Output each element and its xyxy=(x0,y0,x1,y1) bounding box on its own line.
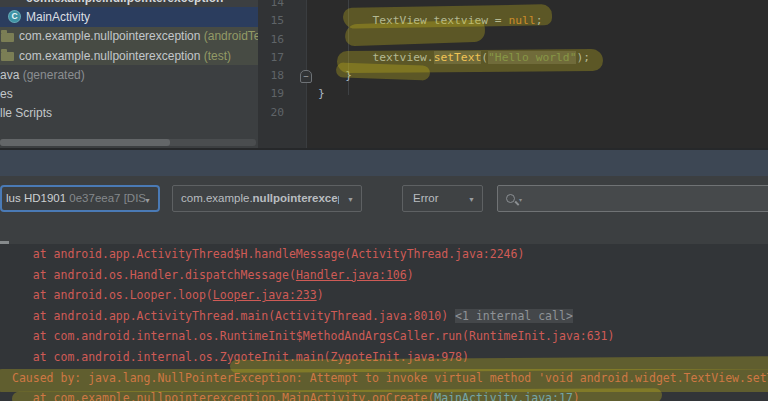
log-line[interactable]: at com.android.internal.os.RuntimeInit$M… xyxy=(0,326,768,347)
log-line[interactable]: at com.android.internal.os.ZygoteInit.ma… xyxy=(0,347,768,368)
tree-item-label: ava xyxy=(0,68,19,82)
stacktrace-link[interactable]: Looper.java:233 xyxy=(213,288,317,302)
tree-horizontal-scrollbar[interactable] xyxy=(0,139,256,146)
stacktrace-link[interactable]: MainActivity.java:17 xyxy=(434,391,572,401)
log-level-value: Error xyxy=(413,192,439,204)
chevron-down-icon: ▼ xyxy=(468,186,475,212)
tree-item-com-example-nullpointerexception[interactable]: com.example.nullpointerexception (androi… xyxy=(0,27,258,46)
fold-region-icon[interactable]: − xyxy=(300,70,312,83)
line-number: 15 xyxy=(258,12,306,30)
search-icon xyxy=(506,194,515,203)
log-line[interactable]: Caused by: java.lang.NullPointerExceptio… xyxy=(0,368,768,389)
code-editor[interactable]: 1415 TextView textview = null;1617 textv… xyxy=(258,0,768,150)
tree-item-ava[interactable]: ava (generated) xyxy=(0,65,258,84)
tree-item-suffix: (test) xyxy=(200,49,231,63)
code-line-16[interactable]: 16 xyxy=(258,31,768,49)
logcat-search-input[interactable]: ▾ xyxy=(497,185,768,212)
scrollbar-thumb[interactable] xyxy=(0,139,170,146)
editor-logcat-splitter[interactable] xyxy=(0,148,768,176)
log-line[interactable]: at android.app.ActivityThread.main(Activ… xyxy=(0,306,768,327)
code-lines: 1415 TextView textview = null;1617 textv… xyxy=(258,0,768,122)
line-number: 18 xyxy=(258,67,306,85)
code-text: TextView textview = null; xyxy=(306,12,542,30)
folder-icon xyxy=(1,52,14,61)
logcat-panel: lus HD1901 0e37eea7 [DIS ▼ com.example.n… xyxy=(0,176,768,401)
android-studio-window: com.example.nullpointerexceptionCMainAct… xyxy=(0,0,768,401)
log-line[interactable]: at android.app.ActivityThread$H.handleMe… xyxy=(0,244,768,265)
device-selector[interactable]: lus HD1901 0e37eea7 [DIS ▼ xyxy=(0,185,160,212)
code-line-20[interactable]: 20 xyxy=(258,104,768,122)
splitter-handle[interactable] xyxy=(0,241,9,244)
code-line-14[interactable]: 14 xyxy=(258,0,768,12)
code-line-15[interactable]: 15 TextView textview = null; xyxy=(258,12,768,30)
code-line-18[interactable]: 18 }− xyxy=(258,67,768,85)
log-line[interactable]: at com.example.nullpointerexception.Main… xyxy=(0,388,768,401)
log-level-filter[interactable]: Error ▼ xyxy=(402,185,483,212)
code-text xyxy=(306,0,318,12)
class-icon: C xyxy=(8,10,21,23)
line-number: 14 xyxy=(258,0,306,12)
tree-item-com-example-nullpointerexception[interactable]: com.example.nullpointerexception xyxy=(0,0,258,7)
code-text: } xyxy=(306,85,325,103)
tree-item-label: es xyxy=(0,87,13,101)
log-line[interactable]: at android.os.Handler.dispatchMessage(Ha… xyxy=(0,265,768,286)
tree-item-label: com.example.nullpointerexception xyxy=(19,49,200,63)
package-filter-value: com.example.nullpointerexception xyxy=(181,186,339,211)
line-number: 19 xyxy=(258,85,306,103)
tree-item-es[interactable]: es xyxy=(0,84,258,103)
search-options-caret-icon: ▾ xyxy=(519,186,522,212)
project-tree: com.example.nullpointerexceptionCMainAct… xyxy=(0,0,258,123)
tree-item-com-example-nullpointerexception[interactable]: com.example.nullpointerexception (test) xyxy=(0,46,258,65)
code-line-17[interactable]: 17 textview.setText("Hello world"); xyxy=(258,49,768,67)
tree-item-label: com.example.nullpointerexception xyxy=(19,29,200,43)
chevron-down-icon: ▼ xyxy=(144,187,151,212)
tree-item-label: com.example.nullpointerexception xyxy=(26,0,223,5)
line-number: 17 xyxy=(258,49,306,67)
code-text xyxy=(306,104,318,122)
line-number: 20 xyxy=(258,104,306,122)
tree-item-suffix: (androidTest) xyxy=(200,29,258,43)
project-tree-panel: com.example.nullpointerexceptionCMainAct… xyxy=(0,0,259,150)
device-name: lus HD1901 xyxy=(6,192,69,204)
package-filter[interactable]: com.example.nullpointerexception ▼ xyxy=(172,185,362,212)
editor-section: com.example.nullpointerexceptionCMainAct… xyxy=(0,0,768,150)
code-text: textview.setText("Hello world"); xyxy=(306,49,590,67)
chevron-down-icon: ▼ xyxy=(347,186,354,212)
code-line-19[interactable]: 19} xyxy=(258,85,768,103)
line-number: 16 xyxy=(258,31,306,49)
device-serial: 0e37eea7 [DIS xyxy=(69,192,146,204)
tree-item-suffix: (generated) xyxy=(19,68,84,82)
stacktrace-link[interactable]: Handler.java:106 xyxy=(296,268,407,282)
log-output[interactable]: at android.app.ActivityThread$H.handleMe… xyxy=(0,244,768,401)
folder-icon xyxy=(1,33,14,42)
log-line[interactable]: at android.os.Looper.loop(Looper.java:23… xyxy=(0,285,768,306)
tree-item-label: lle Scripts xyxy=(0,106,52,120)
tree-item-lle-scripts[interactable]: lle Scripts xyxy=(0,104,258,123)
tree-item-label: MainActivity xyxy=(26,10,90,24)
code-text xyxy=(306,31,318,49)
code-text: } xyxy=(306,67,352,85)
tree-item-mainactivity[interactable]: CMainActivity xyxy=(0,7,258,26)
